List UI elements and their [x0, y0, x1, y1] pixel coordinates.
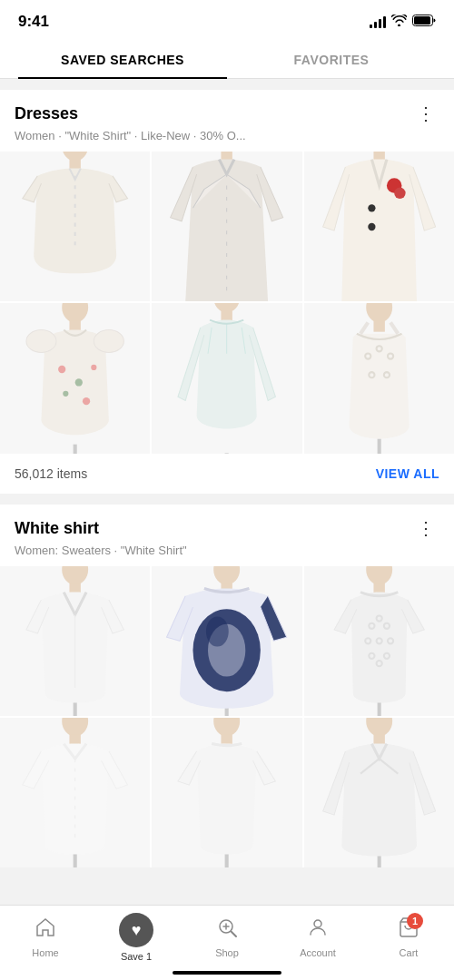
bottom-nav: Home ♥ Save 1 Shop Account — [0, 905, 454, 980]
svg-line-42 — [360, 322, 368, 333]
dresses-view-all[interactable]: VIEW ALL — [376, 466, 439, 481]
account-label: Account — [300, 947, 336, 958]
cart-badge: 1 — [407, 913, 423, 929]
product-item[interactable] — [0, 152, 150, 301]
svg-point-76 — [62, 718, 88, 737]
svg-point-51 — [62, 566, 88, 585]
dresses-subtitle: Women · "White Shirt" · Like-New · 30% O… — [0, 127, 454, 152]
dresses-menu-button[interactable]: ⋮ — [413, 104, 439, 122]
shop-icon — [216, 916, 238, 944]
product-item[interactable] — [152, 566, 301, 716]
white-shirt-subtitle: Women: Sweaters · "White Shirt" — [0, 542, 454, 566]
nav-shop[interactable]: Shop — [182, 906, 272, 962]
battery-icon — [412, 15, 436, 29]
svg-point-81 — [214, 718, 241, 737]
product-item[interactable] — [304, 566, 454, 716]
tab-favorites[interactable]: FAVORITES — [227, 40, 436, 78]
white-shirt-product-grid — [0, 566, 454, 868]
svg-point-29 — [63, 390, 68, 396]
white-shirt-card-header: White shirt ⋮ — [0, 505, 454, 542]
status-time: 9:41 — [18, 13, 49, 31]
nav-home[interactable]: Home — [0, 906, 91, 962]
svg-point-25 — [94, 329, 123, 352]
status-bar: 9:41 — [0, 0, 454, 40]
svg-point-27 — [75, 378, 83, 386]
svg-point-26 — [58, 366, 65, 373]
white-shirt-menu-button[interactable]: ⋮ — [413, 519, 439, 537]
tab-saved-searches[interactable]: SAVED SEARCHES — [18, 40, 227, 78]
status-icons — [370, 15, 436, 29]
svg-point-24 — [26, 329, 56, 352]
product-item[interactable] — [152, 303, 301, 453]
svg-point-17 — [394, 187, 405, 198]
home-indicator — [173, 971, 281, 975]
svg-point-40 — [366, 303, 392, 322]
save-label: Save 1 — [121, 951, 152, 962]
dresses-card: Dresses ⋮ Women · "White Shirt" · Like-N… — [0, 90, 454, 494]
nav-cart[interactable]: 1 Cart — [363, 906, 454, 962]
save-circle: ♥ — [119, 913, 153, 947]
product-item[interactable] — [0, 718, 150, 867]
home-label: Home — [32, 947, 58, 958]
svg-line-43 — [390, 322, 398, 333]
nav-save[interactable]: ♥ Save 1 — [91, 906, 182, 962]
svg-rect-1 — [414, 16, 430, 24]
dresses-item-count: 56,012 items — [15, 466, 87, 481]
svg-line-88 — [232, 932, 237, 937]
svg-point-19 — [368, 223, 375, 230]
home-icon — [35, 916, 56, 944]
header-tabs: SAVED SEARCHES FAVORITES — [0, 40, 454, 79]
svg-point-85 — [366, 718, 392, 737]
product-item[interactable] — [0, 303, 150, 453]
svg-point-56 — [214, 566, 241, 585]
product-item[interactable] — [0, 566, 150, 716]
nav-account[interactable]: Account — [272, 906, 363, 962]
svg-point-22 — [62, 303, 88, 322]
svg-point-60 — [206, 616, 229, 646]
white-shirt-card: White shirt ⋮ Women: Sweaters · "White S… — [0, 505, 454, 868]
shop-label: Shop — [215, 947, 239, 958]
product-item[interactable] — [304, 303, 454, 453]
account-icon — [307, 916, 329, 944]
dresses-product-grid — [0, 152, 454, 454]
product-item[interactable] — [304, 718, 454, 867]
product-item[interactable] — [152, 152, 301, 301]
svg-point-91 — [314, 920, 321, 927]
white-shirt-title: White shirt — [15, 519, 99, 538]
svg-point-30 — [83, 397, 90, 405]
wifi-icon — [391, 15, 407, 29]
cart-label: Cart — [400, 947, 419, 958]
svg-point-28 — [91, 365, 96, 370]
dresses-title: Dresses — [15, 104, 78, 123]
svg-point-18 — [368, 204, 375, 211]
signal-icon — [370, 15, 386, 28]
product-item[interactable] — [152, 718, 301, 867]
svg-rect-41 — [373, 320, 384, 331]
dresses-card-header: Dresses ⋮ — [0, 90, 454, 127]
svg-point-63 — [366, 566, 392, 585]
heart-icon: ♥ — [132, 921, 142, 940]
scroll-area: Dresses ⋮ Women · "White Shirt" · Like-N… — [0, 79, 454, 949]
dresses-card-footer: 56,012 items VIEW ALL — [0, 454, 454, 494]
product-item[interactable] — [304, 152, 454, 301]
